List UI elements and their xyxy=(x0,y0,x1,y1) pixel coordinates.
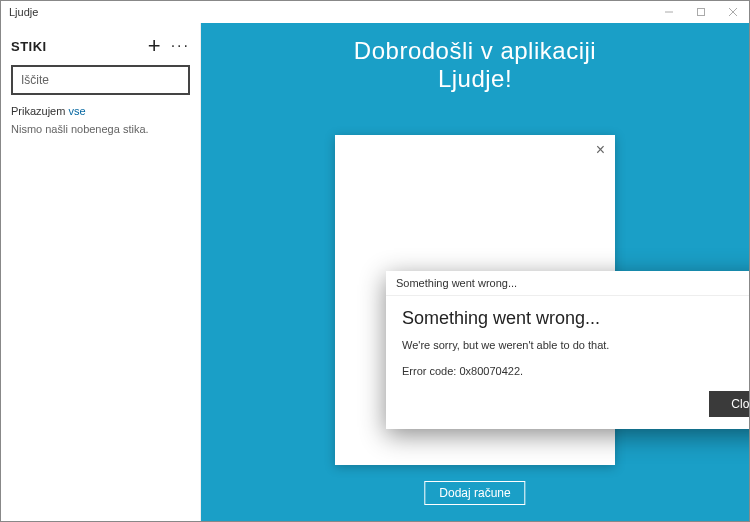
window-title: Ljudje xyxy=(9,6,38,18)
close-icon[interactable]: × xyxy=(596,141,605,159)
filter-prefix: Prikazujem xyxy=(11,105,68,117)
error-dialog-titlebar: Something went wrong... xyxy=(386,271,750,296)
error-dialog-heading: Something went wrong... xyxy=(402,308,750,329)
search-input[interactable] xyxy=(11,65,190,95)
add-accounts-button[interactable]: Dodaj račune xyxy=(424,481,525,505)
maximize-button[interactable] xyxy=(685,1,717,23)
error-dialog-code: Error code: 0x80070422. xyxy=(402,365,750,377)
sidebar: STIKI + ··· Prikazujem vse Nismo našli n… xyxy=(1,23,201,521)
add-contact-button[interactable]: + xyxy=(148,35,161,57)
close-window-button[interactable] xyxy=(717,1,749,23)
main-panel: Dobrodošli v aplikaciji Ljudje! × Dodaj … xyxy=(201,23,749,521)
welcome-line2: Ljudje! xyxy=(201,65,749,93)
window-controls xyxy=(653,1,749,23)
welcome-heading: Dobrodošli v aplikaciji Ljudje! xyxy=(201,37,749,93)
more-options-button[interactable]: ··· xyxy=(171,37,190,55)
welcome-line1: Dobrodošli v aplikaciji xyxy=(201,37,749,65)
window-titlebar: Ljudje xyxy=(1,1,749,23)
filter-link[interactable]: vse xyxy=(68,105,85,117)
sidebar-title: STIKI xyxy=(11,39,47,54)
sidebar-header: STIKI + ··· xyxy=(11,35,190,57)
minimize-button[interactable] xyxy=(653,1,685,23)
error-dialog-message: We're sorry, but we weren't able to do t… xyxy=(402,339,750,351)
error-dialog-close-button[interactable]: Close xyxy=(709,391,750,417)
svg-rect-1 xyxy=(698,9,705,16)
error-dialog: Something went wrong... Something went w… xyxy=(386,271,750,429)
filter-row: Prikazujem vse xyxy=(11,105,190,117)
empty-contacts-message: Nismo našli nobenega stika. xyxy=(11,123,190,135)
